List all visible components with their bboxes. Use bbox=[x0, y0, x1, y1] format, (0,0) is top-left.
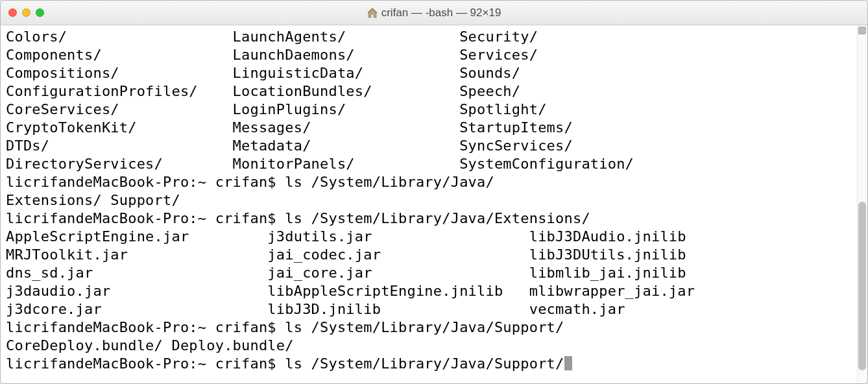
titlebar[interactable]: crifan — -bash — 92×19 bbox=[1, 1, 867, 25]
terminal-window: crifan — -bash — 92×19 Colors/ LaunchAge… bbox=[0, 0, 868, 384]
terminal-output[interactable]: Colors/ LaunchAgents/ Security/ Componen… bbox=[1, 25, 867, 376]
terminal-body[interactable]: Colors/ LaunchAgents/ Security/ Componen… bbox=[1, 25, 867, 383]
home-icon bbox=[367, 8, 378, 18]
window-title: crifan — -bash — 92×19 bbox=[1, 6, 867, 19]
minimize-button[interactable] bbox=[22, 8, 30, 17]
scrollbar-thumb[interactable] bbox=[858, 202, 866, 370]
scrollbar-track[interactable] bbox=[857, 25, 867, 383]
maximize-button[interactable] bbox=[36, 8, 44, 17]
window-title-text: crifan — -bash — 92×19 bbox=[381, 6, 501, 19]
close-button[interactable] bbox=[8, 8, 17, 17]
cursor bbox=[564, 356, 572, 370]
scroll-corner-icon bbox=[858, 27, 866, 34]
traffic-lights bbox=[1, 8, 44, 17]
prompt-line[interactable]: licrifandeMacBook-Pro:~ crifan$ ls /Syst… bbox=[6, 355, 564, 372]
